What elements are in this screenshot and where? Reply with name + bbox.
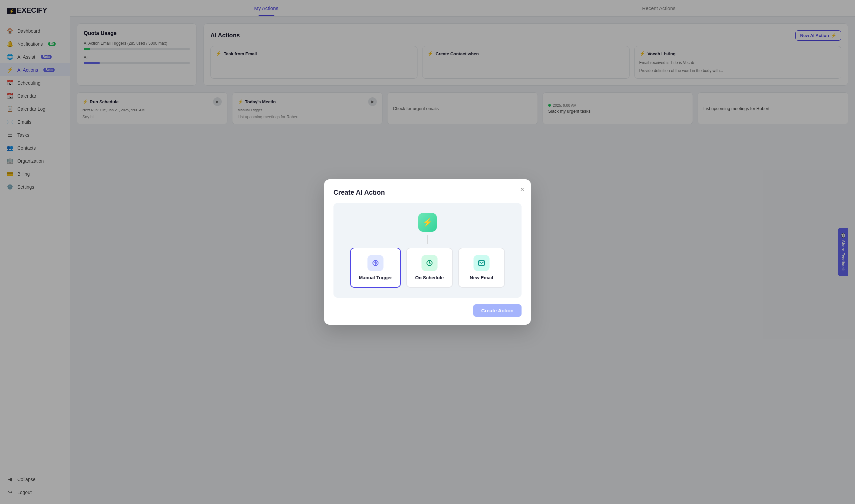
- new-email-icon: [474, 255, 489, 271]
- modal-footer: Create Action: [334, 304, 521, 317]
- new-email-label: New Email: [470, 275, 493, 280]
- option-manual-trigger[interactable]: Manual Trigger: [350, 248, 401, 288]
- option-new-email[interactable]: New Email: [458, 248, 505, 288]
- modal-title: Create AI Action: [334, 189, 521, 196]
- svg-point-1: [375, 262, 376, 264]
- modal-overlay[interactable]: Create AI Action × ⚡ Manual Trigg: [0, 0, 855, 504]
- modal-body: ⚡ Manual Trigger: [334, 203, 521, 298]
- manual-trigger-icon: [368, 255, 384, 271]
- manual-trigger-label: Manual Trigger: [359, 275, 392, 280]
- bolt-icon: ⚡: [423, 218, 432, 227]
- modal-options-row: Manual Trigger On Schedule: [350, 248, 505, 288]
- modal-close-button[interactable]: ×: [520, 186, 524, 193]
- on-schedule-label: On Schedule: [415, 275, 444, 280]
- modal-connector: [427, 235, 428, 244]
- modal-trigger-icon: ⚡: [418, 213, 437, 232]
- create-action-button[interactable]: Create Action: [473, 304, 521, 317]
- option-on-schedule[interactable]: On Schedule: [406, 248, 453, 288]
- create-ai-action-modal: Create AI Action × ⚡ Manual Trigg: [324, 179, 531, 325]
- on-schedule-icon: [422, 255, 438, 271]
